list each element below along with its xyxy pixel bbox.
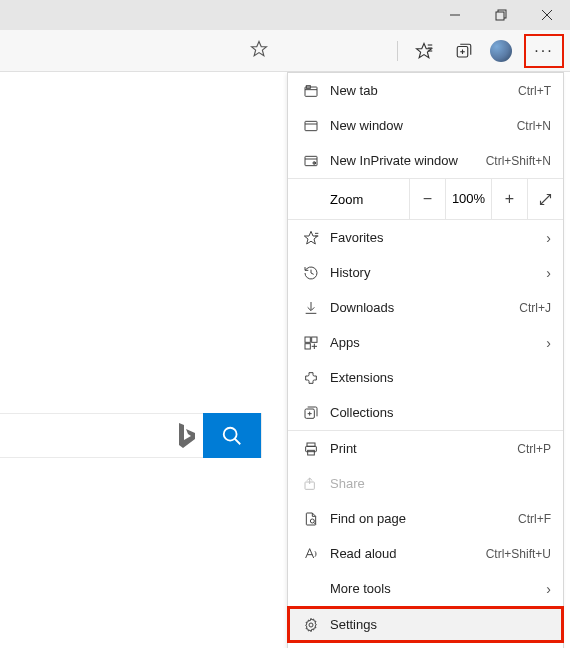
apps-icon (300, 335, 322, 351)
menu-item-label: History (322, 265, 546, 280)
window-titlebar (0, 0, 570, 30)
minus-icon: − (423, 190, 432, 208)
favorites-icon (300, 230, 322, 246)
menu-item-shortcut: Ctrl+Shift+U (486, 547, 551, 561)
extensions-icon (300, 370, 322, 386)
menu-share: Share (288, 466, 563, 501)
menu-item-shortcut: Ctrl+F (518, 512, 551, 526)
maximize-button[interactable] (478, 0, 524, 30)
more-menu-button[interactable]: ··· (524, 34, 564, 68)
menu-item-shortcut: Ctrl+J (519, 301, 551, 315)
more-dots-icon: ··· (534, 42, 553, 60)
menu-find-on-page[interactable]: Find on page Ctrl+F (288, 501, 563, 536)
chevron-right-icon: › (546, 581, 551, 597)
menu-item-shortcut: Ctrl+N (517, 119, 551, 133)
browser-toolbar: ··· (0, 30, 570, 72)
menu-item-label: Find on page (322, 511, 518, 526)
menu-item-label: Downloads (322, 300, 519, 315)
find-icon (300, 511, 322, 527)
addressbar-star-icon[interactable] (250, 40, 268, 58)
menu-settings[interactable]: Settings (288, 607, 563, 642)
bing-logo-icon (173, 421, 199, 451)
profile-avatar[interactable] (490, 40, 512, 62)
menu-item-label: Settings (322, 617, 551, 632)
menu-read-aloud[interactable]: Read aloud Ctrl+Shift+U (288, 536, 563, 571)
menu-item-shortcut: Ctrl+P (517, 442, 551, 456)
plus-icon: + (505, 190, 514, 208)
new-tab-icon (300, 83, 322, 99)
zoom-in-button[interactable]: + (491, 179, 527, 219)
browser-more-menu: New tab Ctrl+T New window Ctrl+N New InP… (287, 72, 564, 648)
menu-new-tab[interactable]: New tab Ctrl+T (288, 73, 563, 108)
zoom-label: Zoom (288, 192, 409, 207)
close-button[interactable] (524, 0, 570, 30)
menu-item-label: New tab (322, 83, 518, 98)
menu-item-label: More tools (322, 581, 546, 596)
menu-print[interactable]: Print Ctrl+P (288, 431, 563, 466)
search-button[interactable] (203, 413, 261, 458)
favorites-star-icon[interactable] (410, 37, 438, 65)
svg-rect-18 (305, 121, 317, 130)
menu-item-label: Print (322, 441, 517, 456)
menu-collections[interactable]: Collections (288, 395, 563, 430)
svg-point-13 (224, 427, 237, 440)
read-aloud-icon (300, 546, 322, 562)
chevron-right-icon: › (546, 265, 551, 281)
menu-item-label: Read aloud (322, 546, 486, 561)
toolbar-divider (397, 41, 398, 61)
svg-point-42 (309, 623, 313, 627)
menu-apps[interactable]: Apps › (288, 325, 563, 360)
zoom-out-button[interactable]: − (409, 179, 445, 219)
svg-rect-28 (305, 337, 310, 342)
svg-rect-2 (496, 12, 504, 20)
share-icon (300, 476, 322, 492)
new-window-icon (300, 118, 322, 134)
svg-marker-5 (252, 42, 267, 56)
collections-icon (300, 405, 322, 421)
menu-history[interactable]: History › (288, 255, 563, 290)
menu-new-inprivate[interactable]: New InPrivate window Ctrl+Shift+N (288, 143, 563, 178)
menu-item-label: Apps (322, 335, 546, 350)
menu-favorites[interactable]: Favorites › (288, 220, 563, 255)
fullscreen-button[interactable] (527, 179, 563, 219)
menu-item-label: Share (322, 476, 551, 491)
print-icon (300, 441, 322, 457)
chevron-right-icon: › (546, 335, 551, 351)
menu-item-label: New InPrivate window (322, 153, 486, 168)
minimize-button[interactable] (432, 0, 478, 30)
menu-item-shortcut: Ctrl+Shift+N (486, 154, 551, 168)
settings-icon (300, 617, 322, 633)
menu-extensions[interactable]: Extensions (288, 360, 563, 395)
chevron-right-icon: › (546, 230, 551, 246)
zoom-value: 100% (445, 179, 491, 219)
menu-zoom-row: Zoom − 100% + (288, 179, 563, 219)
bing-search-bar[interactable] (0, 413, 262, 458)
svg-rect-29 (312, 337, 317, 342)
menu-item-label: Extensions (322, 370, 551, 385)
collections-toolbar-icon[interactable] (450, 37, 478, 65)
inprivate-icon (300, 153, 322, 169)
downloads-icon (300, 300, 322, 316)
svg-rect-38 (308, 450, 315, 455)
menu-item-label: Favorites (322, 230, 546, 245)
svg-rect-30 (305, 343, 310, 348)
menu-item-label: New window (322, 118, 517, 133)
menu-help-feedback[interactable]: Help and feedback › (288, 643, 563, 648)
menu-more-tools[interactable]: . More tools › (288, 571, 563, 606)
menu-item-shortcut: Ctrl+T (518, 84, 551, 98)
menu-downloads[interactable]: Downloads Ctrl+J (288, 290, 563, 325)
menu-item-label: Collections (322, 405, 551, 420)
menu-new-window[interactable]: New window Ctrl+N (288, 108, 563, 143)
svg-line-14 (235, 438, 241, 444)
history-icon (300, 265, 322, 281)
